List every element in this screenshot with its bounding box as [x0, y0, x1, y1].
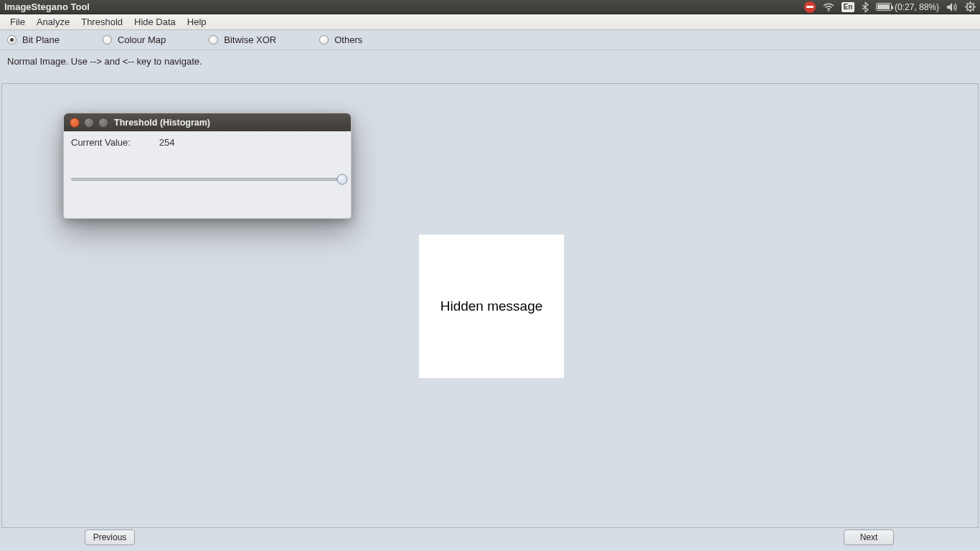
svg-line-8: [973, 3, 974, 4]
previous-button[interactable]: Previous: [85, 529, 135, 545]
bluetooth-icon[interactable]: [862, 1, 869, 13]
settings-gear-icon[interactable]: [965, 1, 976, 12]
slider-track: [71, 178, 344, 181]
navigation-hint: Normal Image. Use --> and <-- key to nav…: [0, 50, 980, 72]
no-entry-icon[interactable]: [804, 1, 816, 13]
menu-analyze[interactable]: Analyze: [32, 15, 74, 29]
hidden-message-text: Hidden message: [440, 298, 543, 314]
current-value: 254: [159, 137, 175, 148]
image-panel: Hidden message: [419, 235, 564, 378]
dialog-title: Threshold (Histogram): [114, 118, 210, 128]
system-title-bar: ImageStegano Tool En (0:27, 88%): [0, 0, 980, 14]
svg-point-10: [969, 6, 972, 9]
bottom-nav-bar: Previous Next: [0, 529, 980, 548]
radio-icon: [209, 35, 218, 44]
language-indicator[interactable]: En: [842, 2, 854, 12]
slider-thumb[interactable]: [337, 174, 348, 185]
radio-others[interactable]: Others: [319, 34, 362, 45]
close-icon[interactable]: [70, 118, 80, 128]
dialog-body: Current Value: 254: [64, 131, 351, 191]
radio-icon: [103, 35, 112, 44]
radio-bit-plane[interactable]: Bit Plane: [7, 34, 60, 45]
dialog-title-bar[interactable]: Threshold (Histogram): [64, 113, 351, 131]
radio-label: Colour Map: [118, 34, 166, 45]
current-value-label: Current Value:: [71, 137, 131, 148]
minimize-icon[interactable]: [84, 118, 94, 128]
threshold-dialog[interactable]: Threshold (Histogram) Current Value: 254: [63, 113, 352, 219]
menu-help[interactable]: Help: [183, 15, 211, 29]
radio-label: Bitwise XOR: [224, 34, 276, 45]
svg-point-0: [828, 10, 829, 11]
system-tray: En (0:27, 88%): [804, 1, 976, 13]
radio-icon: [7, 35, 17, 44]
menu-hide-data[interactable]: Hide Data: [130, 15, 180, 29]
next-button[interactable]: Next: [844, 529, 894, 545]
battery-text: (0:27, 88%): [895, 2, 939, 12]
radio-label: Others: [334, 34, 362, 45]
radio-colour-map[interactable]: Colour Map: [103, 34, 166, 45]
svg-line-7: [973, 9, 974, 10]
mode-selector-row: Bit Plane Colour Map Bitwise XOR Others: [0, 30, 980, 50]
svg-line-6: [966, 3, 967, 4]
radio-label: Bit Plane: [22, 34, 60, 45]
menu-bar: File Analyze Threshold Hide Data Help: [0, 14, 980, 30]
volume-icon[interactable]: [946, 2, 958, 12]
maximize-icon[interactable]: [98, 118, 108, 128]
wifi-icon[interactable]: [823, 2, 834, 12]
app-title: ImageStegano Tool: [4, 1, 90, 12]
menu-file[interactable]: File: [6, 15, 29, 29]
radio-bitwise-xor[interactable]: Bitwise XOR: [209, 34, 276, 45]
radio-icon: [319, 35, 329, 44]
battery-indicator[interactable]: (0:27, 88%): [876, 2, 939, 12]
svg-line-9: [966, 9, 967, 10]
menu-threshold[interactable]: Threshold: [77, 15, 127, 29]
threshold-slider[interactable]: [71, 174, 344, 185]
